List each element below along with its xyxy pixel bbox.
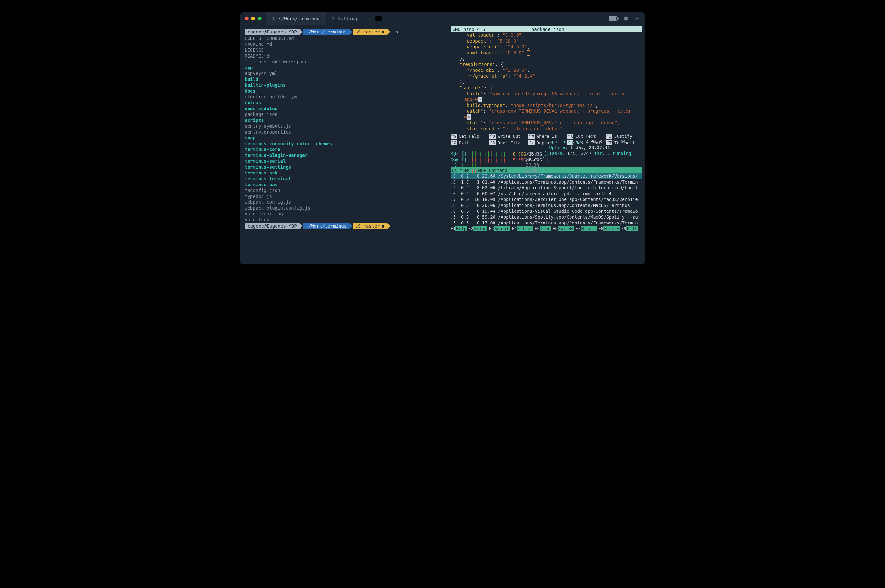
list-item: node_modules	[244, 106, 442, 111]
prompt-line-2: eugene@Eugenes-MBP~/Work/terminus⎇ maste…	[244, 223, 442, 229]
prompt-user: eugene@Eugenes-MBP	[244, 29, 300, 35]
new-tab-button[interactable]: +	[366, 15, 374, 22]
nano-line: "build:typings": "node scripts/build-typ…	[451, 102, 642, 108]
list-item: sentry-symbols.js	[244, 123, 442, 129]
fkey[interactable]: F2Setup	[468, 226, 489, 232]
list-item: terminus-terminal	[244, 176, 442, 182]
fkey[interactable]: F6SortBy	[552, 226, 575, 232]
process-row[interactable]: .5 0.3 8:59.26 /Applications/Spotify.app…	[451, 214, 642, 220]
minimize-icon[interactable]	[251, 16, 255, 21]
nano-filename: package.json	[456, 26, 640, 32]
nano-line: "scripts": {	[451, 85, 642, 91]
terminal-right-pane[interactable]: GNU nano 4.5 package.json "val-loader": …	[447, 25, 645, 264]
nano-line: "**/graceful-fs": "^4.2.4"	[451, 73, 642, 79]
list-item: terminus-ssh	[244, 170, 442, 176]
app-window: 1~/Work/terminus2Settings + eugene@Eugen…	[240, 12, 645, 264]
fkey[interactable]: F1Help	[451, 226, 468, 232]
htop-load: Load average: 4.66 8.32 10.01	[549, 139, 626, 145]
list-item: CODE_OF_CONDUCT.md	[244, 35, 442, 41]
process-row[interactable]: .6 0.6 0:19.44 /Applications/Visual Stud…	[451, 208, 642, 214]
list-item: appveyor.yml	[244, 70, 442, 76]
ls-output: CODE_OF_CONDUCT.mdHACKING.mdLICENSEREADM…	[244, 35, 442, 222]
htop-pane[interactable]: 1 [||||||||||44.4%]2 [||||18.5%]3 [|||||…	[447, 148, 645, 232]
list-item: extras	[244, 100, 442, 106]
prompt-path: ~/Work/terminus	[303, 29, 350, 35]
htop-tasks: Tasks: 645, 2747 thr; 1 running	[549, 150, 631, 156]
process-row[interactable]: .0 0.2 0:22.66 /System/Library/Framework…	[451, 173, 642, 179]
htop-header[interactable]: U% MEM% TIME+ Command	[451, 167, 642, 173]
list-item: scripts	[244, 117, 442, 123]
list-item: webpack.plugin.config.js	[244, 205, 442, 211]
cursor	[393, 224, 396, 229]
list-item: yarn.lock	[244, 217, 442, 222]
list-item: typedoc.js	[244, 193, 442, 199]
fkey[interactable]: F5Tree	[535, 226, 553, 232]
close-icon[interactable]	[244, 16, 249, 21]
nano-line: },	[451, 79, 642, 85]
process-row[interactable]: .0 0.1 0:00.07 /usr/sbin/screencapture -…	[451, 191, 642, 196]
process-row[interactable]: .5 0.5 0:17.08 /Applications/Terminus.ap…	[451, 220, 642, 226]
list-item: terminus-settings	[244, 164, 442, 170]
prompt-line: eugene@Eugenes-MBP~/Work/terminus⎇ maste…	[244, 29, 442, 35]
list-item: README.md	[244, 53, 442, 59]
nano-line: "watch": "cross-env TERMINUS_DEV=1 webpa…	[451, 108, 642, 120]
nano-line: "webpack": "^5.18.0",	[451, 38, 642, 44]
list-item: yarn-error.log	[244, 211, 442, 217]
titlebar: 1~/Work/terminus2Settings +	[240, 12, 645, 25]
svg-point-3	[636, 18, 638, 19]
list-item: docs	[244, 88, 442, 94]
list-item: app	[244, 64, 442, 70]
nano-line: "resolutions": {	[451, 62, 642, 67]
nano-line: "*/node-abi": "^2.20.0",	[451, 67, 642, 73]
process-row[interactable]: .7 0.0 10:18.09 /Applications/ZeroTier O…	[451, 196, 642, 202]
traffic-lights	[240, 16, 266, 21]
zoom-icon[interactable]	[258, 16, 261, 21]
list-item: electron-builder.yml	[244, 94, 442, 100]
list-item: Terminus.code-workspace	[244, 59, 442, 64]
list-item: snap	[244, 135, 442, 141]
tab[interactable]: 1~/Work/terminus	[266, 12, 326, 25]
list-item: terminus-uac	[244, 182, 442, 188]
list-item: tsconfig.json	[244, 188, 442, 193]
list-item: terminus-plugin-manager	[244, 152, 442, 158]
nano-line: "build": "npm run build:typings && webpa…	[451, 91, 642, 102]
nano-line: "yaml-loader": "0.6.0"	[451, 50, 642, 56]
tab-bar: 1~/Work/terminus2Settings	[266, 12, 366, 25]
fkey[interactable]: F4Filter	[512, 226, 535, 232]
list-item: builtin-plugins	[244, 82, 442, 88]
process-row[interactable]: .5 0.1 8:02.06 /Library/Application Supp…	[451, 185, 642, 191]
nano-line: "webpack-cli": "^4.5.0",	[451, 44, 642, 50]
fkey[interactable]: F8Nice +	[598, 226, 621, 232]
list-item: sentry.properties	[244, 129, 442, 135]
fkey[interactable]: F3Search	[489, 226, 512, 232]
fkey[interactable]: F7Nice -	[575, 226, 598, 232]
nano-line: "start": "cross-env TERMINUS_DEV=1 elect…	[451, 120, 642, 126]
list-item: webpack.config.js	[244, 199, 442, 205]
nano-line: "val-loader": "3.0.0",	[451, 32, 642, 38]
list-item: LICENSE	[244, 47, 442, 53]
nano-editor[interactable]: GNU nano 4.5 package.json "val-loader": …	[447, 25, 645, 148]
terminal-left-pane[interactable]: eugene@Eugenes-MBP~/Work/terminus⎇ maste…	[240, 25, 447, 264]
gear-icon[interactable]	[634, 16, 640, 21]
list-item: terminus-serial	[244, 158, 442, 164]
process-row[interactable]: .6 0.5 0:26.06 /Applications/Terminus.ap…	[451, 202, 642, 208]
list-item: terminus-core	[244, 147, 442, 152]
split-icon[interactable]	[374, 14, 383, 23]
htop-uptime: Uptime: 1 day, 23:07:46	[549, 145, 610, 150]
list-item: package.json	[244, 111, 442, 117]
svg-rect-1	[376, 17, 381, 20]
nano-line: "start:prod": "electron app --debug",	[451, 126, 642, 132]
prompt-branch: ⎇ master	[352, 29, 387, 35]
process-row[interactable]: .8 1.7 1:01.40 /Applications/Terminus.ap…	[451, 179, 642, 185]
tab[interactable]: 2Settings	[326, 12, 366, 25]
titlebar-icons	[609, 16, 645, 21]
nano-titlebar: GNU nano 4.5 package.json	[451, 26, 642, 32]
globe-icon[interactable]	[624, 16, 628, 21]
htop-fkeys: F1HelpF2SetupF3SearchF4FilterF5TreeF6Sor…	[451, 226, 642, 232]
list-item: build	[244, 76, 442, 82]
battery-icon	[609, 16, 618, 21]
list-item: HACKING.md	[244, 41, 442, 47]
list-item: terminus-community-color-schemes	[244, 141, 442, 147]
fkey[interactable]: F9Kill	[621, 226, 639, 232]
nano-line: },	[451, 56, 642, 62]
